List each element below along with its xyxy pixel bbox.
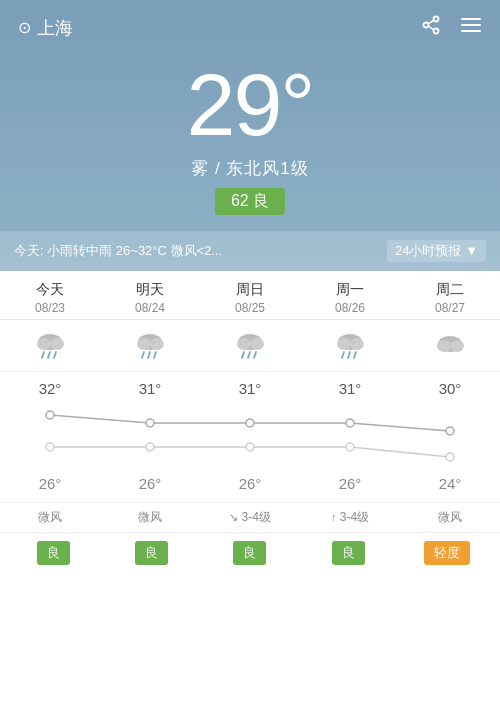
aqi-cell-1: 良 <box>102 541 200 565</box>
temp-high-2: 31° <box>200 376 300 401</box>
day-label-2: 周日 <box>200 281 300 299</box>
temp-chart <box>0 401 500 471</box>
svg-point-15 <box>137 338 151 350</box>
svg-point-28 <box>350 338 364 350</box>
forecast-col-4: 周二 08/27 <box>400 281 500 315</box>
date-label-2: 08/25 <box>200 301 300 315</box>
svg-point-41 <box>146 443 154 451</box>
weather-icon-4 <box>400 330 500 367</box>
forecast-col-2: 周日 08/25 <box>200 281 300 315</box>
svg-point-22 <box>250 338 264 350</box>
aqi-value: 62 <box>231 192 249 209</box>
svg-point-33 <box>437 340 451 352</box>
aqi-tag-0: 良 <box>37 541 70 565</box>
24h-forecast-arrow: ▼ <box>465 243 478 258</box>
weather-description: 雾 / 东北风1级 <box>0 157 500 180</box>
app-container: ⊙ 上海 <box>0 0 500 723</box>
svg-point-35 <box>46 411 54 419</box>
temp-low-1: 26° <box>100 471 200 496</box>
temperature-value: 29 <box>186 55 280 154</box>
day-label-3: 周一 <box>300 281 400 299</box>
forecast-header: 今天 08/23 明天 08/24 周日 08/25 周一 08/26 周二 0… <box>0 271 500 320</box>
svg-point-0 <box>434 17 439 22</box>
today-bar: 今天: 小雨转中雨 26~32°C 微风<2... 24小时预报 ▼ <box>0 231 500 271</box>
wind-row: 微风 微风 ↘ 3-4级 ↑ 3-4级 微风 <box>0 502 500 533</box>
wind-4: 微风 <box>400 509 500 526</box>
location-text: 上海 <box>37 16 73 40</box>
day-label-0: 今天 <box>0 281 100 299</box>
svg-line-11 <box>42 352 44 358</box>
svg-point-9 <box>37 338 51 350</box>
svg-line-12 <box>48 352 50 358</box>
svg-point-27 <box>337 338 351 350</box>
forecast-col-1: 明天 08/24 <box>100 281 200 315</box>
svg-point-38 <box>346 419 354 427</box>
svg-point-37 <box>246 419 254 427</box>
aqi-label-main: 良 <box>253 192 269 209</box>
temp-low-3: 26° <box>300 471 400 496</box>
svg-point-1 <box>424 23 429 28</box>
day-label-1: 明天 <box>100 281 200 299</box>
temp-high-4: 30° <box>400 376 500 401</box>
weather-icon-0 <box>0 330 100 367</box>
forecast-section: 今天 08/23 明天 08/24 周日 08/25 周一 08/26 周二 0… <box>0 271 500 723</box>
day-label-4: 周二 <box>400 281 500 299</box>
svg-line-17 <box>142 352 144 358</box>
date-label-0: 08/23 <box>0 301 100 315</box>
forecast-col-3: 周一 08/26 <box>300 281 400 315</box>
svg-point-16 <box>150 338 164 350</box>
aqi-cell-3: 良 <box>299 541 397 565</box>
wind-icon-2: ↘ <box>229 511 238 523</box>
aqi-badge: 62 良 <box>215 188 285 215</box>
location-icon: ⊙ <box>18 18 31 37</box>
temp-low-4: 24° <box>400 471 500 496</box>
temperature-display: 29° <box>0 61 500 149</box>
svg-line-25 <box>254 352 256 358</box>
weather-icon-1 <box>100 330 200 367</box>
svg-line-29 <box>342 352 344 358</box>
share-icon[interactable] <box>420 14 442 41</box>
aqi-cell-2: 良 <box>201 541 299 565</box>
svg-line-13 <box>54 352 56 358</box>
date-label-1: 08/24 <box>100 301 200 315</box>
header-right <box>420 14 482 41</box>
svg-line-31 <box>354 352 356 358</box>
svg-point-44 <box>446 453 454 461</box>
wind-2: ↘ 3-4级 <box>200 509 300 526</box>
temp-low-0: 26° <box>0 471 100 496</box>
degree-symbol: ° <box>280 55 313 154</box>
aqi-cell-4: 轻度 <box>398 541 496 565</box>
weather-icons-row <box>0 320 500 372</box>
temp-high-0: 32° <box>0 376 100 401</box>
weather-icon-2 <box>200 330 300 367</box>
aqi-tag-1: 良 <box>135 541 168 565</box>
wind-3: ↑ 3-4级 <box>300 509 400 526</box>
aqi-tag-2: 良 <box>233 541 266 565</box>
svg-point-42 <box>246 443 254 451</box>
wind-1: 微风 <box>100 509 200 526</box>
main-weather: 29° 雾 / 东北风1级 62 良 <box>0 51 500 221</box>
svg-line-30 <box>348 352 350 358</box>
svg-point-10 <box>50 338 64 350</box>
aqi-tag-4: 轻度 <box>424 541 470 565</box>
svg-line-24 <box>248 352 250 358</box>
svg-point-21 <box>237 338 251 350</box>
svg-point-36 <box>146 419 154 427</box>
24h-forecast-link[interactable]: 24小时预报 ▼ <box>387 240 486 262</box>
chart-area <box>0 401 500 471</box>
24h-forecast-text: 24小时预报 <box>395 243 461 258</box>
svg-line-18 <box>148 352 150 358</box>
menu-icon[interactable] <box>460 14 482 41</box>
forecast-col-0: 今天 08/23 <box>0 281 100 315</box>
svg-line-23 <box>242 352 244 358</box>
header: ⊙ 上海 <box>0 0 500 51</box>
svg-point-40 <box>46 443 54 451</box>
aqi-cell-0: 良 <box>4 541 102 565</box>
temp-high-3: 31° <box>300 376 400 401</box>
date-label-3: 08/26 <box>300 301 400 315</box>
svg-line-4 <box>428 26 434 30</box>
aqi-tag-3: 良 <box>332 541 365 565</box>
svg-line-3 <box>428 20 434 24</box>
weather-icon-3 <box>300 330 400 367</box>
header-left: ⊙ 上海 <box>18 16 73 40</box>
